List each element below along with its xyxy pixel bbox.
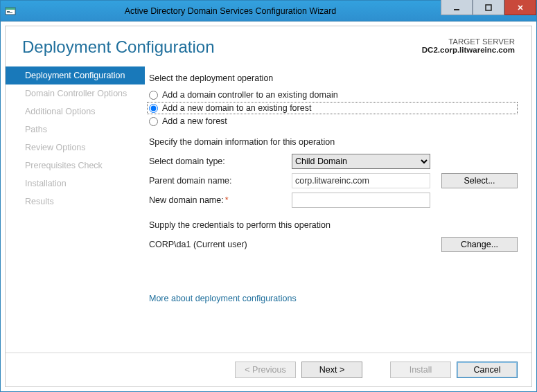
radio-add-domain-label: Add a new domain to an existing forest bbox=[162, 103, 311, 113]
radio-add-domain[interactable] bbox=[149, 104, 158, 113]
cancel-button[interactable]: Cancel bbox=[457, 362, 518, 378]
more-info-link[interactable]: More about deployment configurations bbox=[149, 294, 297, 303]
change-credentials-button[interactable]: Change... bbox=[441, 237, 518, 252]
svg-rect-3 bbox=[7, 12, 12, 13]
operation-heading: Select the deployment operation bbox=[149, 73, 518, 83]
step-paths: Paths bbox=[6, 121, 145, 139]
step-results: Results bbox=[6, 193, 145, 211]
page-title: Deployment Configuration bbox=[22, 37, 215, 57]
new-domain-label: New domain name:* bbox=[149, 195, 288, 205]
window-title: Active Directory Domain Services Configu… bbox=[20, 6, 441, 16]
radio-add-dc-label: Add a domain controller to an existing d… bbox=[162, 90, 338, 100]
install-button: Install bbox=[390, 362, 451, 378]
parent-domain-label: Parent domain name: bbox=[149, 176, 288, 186]
step-domain-controller-options: Domain Controller Options bbox=[6, 84, 145, 103]
app-icon bbox=[1, 6, 20, 17]
titlebar: Active Directory Domain Services Configu… bbox=[1, 1, 536, 21]
step-deployment-configuration[interactable]: Deployment Configuration bbox=[6, 66, 145, 84]
page-header: Deployment Configuration TARGET SERVER D… bbox=[6, 26, 531, 64]
wizard-footer: < Previous Next > Install Cancel bbox=[6, 353, 531, 386]
svg-rect-4 bbox=[454, 9, 459, 10]
svg-rect-1 bbox=[6, 8, 15, 10]
wizard-window: Active Directory Domain Services Configu… bbox=[0, 0, 537, 392]
maximize-button[interactable] bbox=[473, 0, 504, 15]
step-additional-options: Additional Options bbox=[6, 103, 145, 121]
step-review-options: Review Options bbox=[6, 139, 145, 157]
previous-button: < Previous bbox=[235, 362, 296, 378]
svg-rect-5 bbox=[486, 5, 491, 10]
target-server-block: TARGET SERVER DC2.corp.litwareinc.com bbox=[422, 37, 515, 57]
next-button[interactable]: Next > bbox=[301, 362, 362, 378]
target-server-name: DC2.corp.litwareinc.com bbox=[422, 46, 515, 54]
required-asterisk-icon: * bbox=[224, 195, 229, 205]
radio-add-forest[interactable] bbox=[149, 117, 158, 126]
credentials-heading: Supply the credentials to perform this o… bbox=[149, 220, 518, 230]
radio-add-forest-row[interactable]: Add a new forest bbox=[149, 116, 518, 126]
new-domain-input[interactable] bbox=[292, 193, 430, 208]
window-controls bbox=[441, 1, 536, 21]
radio-add-domain-row[interactable]: Add a new domain to an existing forest bbox=[147, 102, 518, 114]
main-panel: Select the deployment operation Add a do… bbox=[145, 64, 531, 353]
parent-domain-input[interactable] bbox=[292, 173, 430, 188]
radio-add-dc-row[interactable]: Add a domain controller to an existing d… bbox=[149, 90, 518, 100]
specify-heading: Specify the domain information for this … bbox=[149, 137, 518, 147]
minimize-button[interactable] bbox=[441, 0, 473, 15]
step-prerequisites-check: Prerequisites Check bbox=[6, 157, 145, 175]
radio-add-dc[interactable] bbox=[149, 91, 158, 100]
wizard-steps: Deployment Configuration Domain Controll… bbox=[6, 64, 145, 353]
target-server-label: TARGET SERVER bbox=[422, 37, 515, 46]
domain-type-select[interactable]: Child Domain bbox=[292, 154, 430, 169]
radio-add-forest-label: Add a new forest bbox=[162, 116, 227, 126]
domain-type-label: Select domain type: bbox=[149, 157, 288, 166]
svg-rect-2 bbox=[7, 11, 10, 12]
select-parent-button[interactable]: Select... bbox=[441, 173, 518, 188]
current-credentials: CORP\da1 (Current user) bbox=[149, 240, 247, 249]
step-installation: Installation bbox=[6, 175, 145, 193]
close-button[interactable] bbox=[504, 0, 536, 15]
